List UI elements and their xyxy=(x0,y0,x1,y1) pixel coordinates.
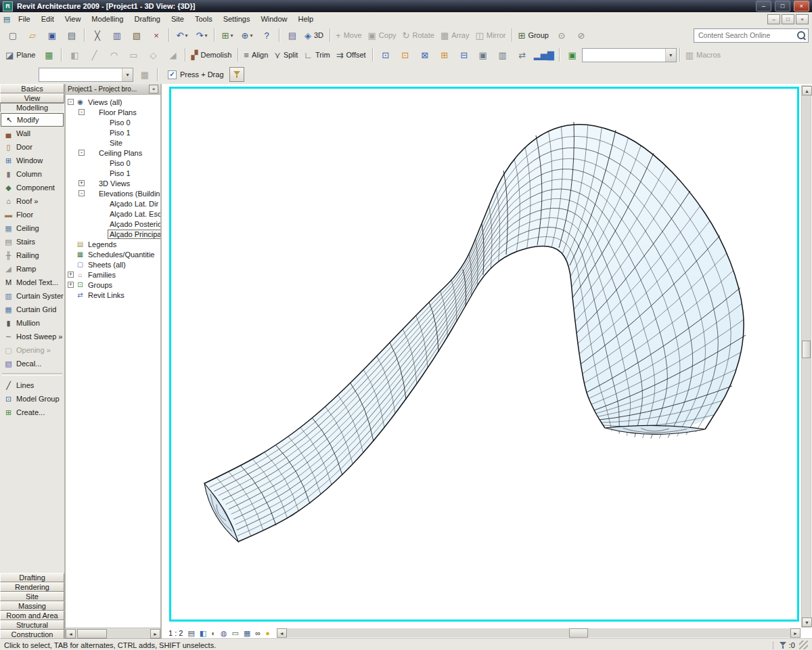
designbar-item-floor[interactable]: ▬Floor xyxy=(0,208,64,221)
browser-scroll-thumb[interactable] xyxy=(77,629,107,638)
designbar-tab-basics[interactable]: Basics xyxy=(0,84,64,93)
designbar-item-roof[interactable]: ⌂Roof » xyxy=(0,194,64,208)
vscroll-up-button[interactable]: ▲ xyxy=(802,86,812,95)
help-mode-icon[interactable]: ? xyxy=(257,27,276,43)
designbar-item-modify[interactable]: ↖Modify xyxy=(1,113,64,127)
link-icon[interactable]: ⊘ xyxy=(572,27,591,43)
redo-icon[interactable]: ↷▾ xyxy=(192,27,211,43)
line-tool-icon[interactable]: ╱ xyxy=(85,47,104,63)
status-filter[interactable]: :0 xyxy=(773,641,795,649)
render-icon[interactable]: ◍ xyxy=(221,629,227,638)
mdi-close-button[interactable]: × xyxy=(796,14,809,24)
press-drag-checkbox[interactable]: ✓ xyxy=(168,70,177,79)
designbar-item-window[interactable]: ⊞Window xyxy=(0,154,64,167)
tree-expander[interactable]: - xyxy=(68,99,74,105)
designbar-item-railing[interactable]: ╫Railing xyxy=(0,248,64,262)
tree-item[interactable]: Site xyxy=(66,137,160,148)
array-icon[interactable]: ▦Array xyxy=(438,27,473,43)
browser-close-button[interactable]: × xyxy=(149,85,158,93)
reveal-hidden-icon[interactable]: ● xyxy=(265,629,270,637)
menu-modelling[interactable]: Modelling xyxy=(86,14,129,24)
hscroll-left-button[interactable]: ◄ xyxy=(277,628,287,638)
link-file-icon[interactable]: ⊠ xyxy=(415,47,434,63)
pin-icon[interactable]: ⊙ xyxy=(552,27,571,43)
tree-expander[interactable]: + xyxy=(68,282,74,288)
tree-expander[interactable]: - xyxy=(78,190,85,196)
designbar-tab-site[interactable]: Site xyxy=(0,592,64,601)
copy-icon[interactable]: ▥ xyxy=(108,27,127,43)
group-icon[interactable]: ⊞Group xyxy=(516,27,551,43)
designbar-item-curtain-grid[interactable]: ▦Curtain Grid xyxy=(0,303,64,316)
designbar-tab-structural[interactable]: Structural xyxy=(0,620,64,630)
browser-horizontal-scrollbar[interactable]: ◄ ► xyxy=(66,628,160,639)
rect-tool-icon[interactable]: ▭ xyxy=(124,47,143,63)
designbar-item-mullion[interactable]: ▮Mullion xyxy=(0,316,64,330)
view-list-icon[interactable]: ▤ xyxy=(283,27,302,43)
menu-help[interactable]: Help xyxy=(293,14,319,24)
designbar-item-wall[interactable]: ▄Wall xyxy=(0,127,64,140)
tree-item[interactable]: ▤Legends xyxy=(66,239,160,249)
offset-icon[interactable]: ⇉Offset xyxy=(334,47,369,63)
tree-item[interactable]: Piso 1 xyxy=(66,168,160,178)
tree-item[interactable]: -Ceiling Plans xyxy=(66,148,160,158)
designbar-item-host-sweep[interactable]: ∼Host Sweep » xyxy=(0,330,64,343)
scale-control[interactable]: 1 : 2 xyxy=(168,629,183,637)
designbar-tab-massing[interactable]: Massing xyxy=(0,601,64,611)
dropdown-arrow-icon[interactable]: ▾ xyxy=(665,49,676,62)
hscroll-right-button[interactable]: ► xyxy=(790,628,800,638)
resize-grip[interactable] xyxy=(799,641,808,649)
rotate-icon[interactable]: ↻Rotate xyxy=(401,27,438,43)
tree-item[interactable]: -Floor Plans xyxy=(66,107,160,117)
designbar-item-stairs[interactable]: ▤Stairs xyxy=(0,235,64,248)
browser-scroll-track[interactable] xyxy=(76,629,150,638)
tree-item[interactable]: +⌂Families xyxy=(66,269,160,280)
menu-tools[interactable]: Tools xyxy=(189,14,218,24)
work-plane-icon[interactable]: ◪Plane xyxy=(3,47,39,63)
copy-element-icon[interactable]: ▣Copy xyxy=(366,27,400,43)
undo-icon[interactable]: ↶▾ xyxy=(173,27,191,43)
minimize-button[interactable]: – xyxy=(756,1,771,12)
copy-monitor-icon[interactable]: ⊡ xyxy=(376,47,395,63)
tree-expander[interactable]: + xyxy=(68,272,74,278)
menu-file[interactable]: File xyxy=(13,14,36,24)
designbar-item-model-group[interactable]: ⊡Model Group xyxy=(0,392,64,406)
worksets-icon[interactable]: ▣ xyxy=(474,47,493,63)
tree-item[interactable]: Alçado Lat. Esc xyxy=(66,209,160,219)
split-icon[interactable]: ⋎Split xyxy=(272,47,301,63)
ref-plane-icon[interactable]: ◧ xyxy=(65,47,84,63)
graph-icon[interactable]: ▂▅▇ xyxy=(532,47,556,63)
demolish-icon[interactable]: ▞Demolish xyxy=(189,47,235,63)
hide-isolate-icon[interactable]: ∞ xyxy=(255,629,261,637)
delete-icon[interactable]: × xyxy=(147,27,166,43)
tree-item[interactable]: -◉Views (all) xyxy=(66,97,160,107)
menu-view[interactable]: View xyxy=(60,14,87,24)
manage-links-icon[interactable]: ⊞ xyxy=(435,47,454,63)
tree-expander[interactable]: - xyxy=(78,150,85,156)
model-graphics-style-icon[interactable]: ◧ xyxy=(200,629,206,638)
tree-item[interactable]: ▦Schedules/Quantitie xyxy=(66,249,160,259)
scroll-left-button[interactable]: ◄ xyxy=(66,629,76,638)
designbar-item-lines[interactable]: ╱Lines xyxy=(0,378,64,392)
crop-visibility-icon[interactable]: ▦ xyxy=(244,629,250,638)
search-icon[interactable] xyxy=(797,31,805,39)
print-icon[interactable]: ▤ xyxy=(62,27,81,43)
polygon-tool-icon[interactable]: ◇ xyxy=(143,47,162,63)
detail-level-icon[interactable]: ▤ xyxy=(187,629,194,638)
drawing-viewport[interactable]: 1 : 2 ▤◧◐◍▭▦∞● ◄ ► ▲ ▼ xyxy=(162,84,812,639)
element-properties-button[interactable]: ▦ xyxy=(135,66,154,83)
pick-tool-icon[interactable]: ◢ xyxy=(163,47,182,63)
shared-coords-icon[interactable]: ⊟ xyxy=(455,47,474,63)
tree-item[interactable]: Alçado Lat. Dir xyxy=(66,198,160,209)
designbar-item-component[interactable]: ◆Component xyxy=(0,181,64,194)
picture-icon[interactable]: ▣ xyxy=(563,47,582,63)
tree-item[interactable]: Alçado Posterio xyxy=(66,219,160,229)
mdi-restore-button[interactable]: □ xyxy=(782,14,794,24)
tree-item[interactable]: ⇄Revit Links xyxy=(66,290,160,300)
paste-group-icon[interactable]: ⊡ xyxy=(396,47,415,63)
tree-item[interactable]: Piso 1 xyxy=(66,127,160,137)
crop-region-icon[interactable]: ▭ xyxy=(231,629,238,638)
arc-tool-icon[interactable]: ◠ xyxy=(104,47,123,63)
selection-filter-button[interactable] xyxy=(229,67,244,82)
designbar-item-decal[interactable]: ▧Decal... xyxy=(0,357,64,370)
designbar-item-opening[interactable]: ▢Opening » xyxy=(0,343,64,357)
